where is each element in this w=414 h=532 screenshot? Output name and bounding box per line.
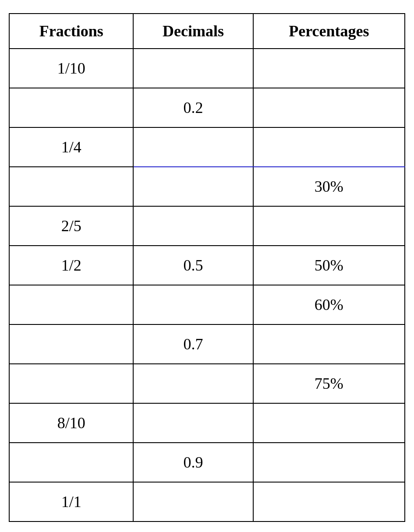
table-row: 2/5 <box>9 206 405 246</box>
table-row: 1/4 <box>9 127 405 167</box>
cell-fraction-row2: 1/4 <box>9 127 133 167</box>
table-row: 8/10 <box>9 403 405 443</box>
cell-decimal-row3 <box>133 167 253 206</box>
cell-decimal-row2 <box>133 127 253 167</box>
cell-percentage-row4 <box>253 206 405 246</box>
cell-percentage-row8: 75% <box>253 364 405 403</box>
cell-fraction-row3 <box>9 167 133 206</box>
cell-decimal-row10: 0.9 <box>133 443 253 482</box>
cell-fraction-row7 <box>9 324 133 364</box>
cell-percentage-row6: 60% <box>253 285 405 324</box>
cell-decimal-row5: 0.5 <box>133 246 253 285</box>
header-row: Fractions Decimals Percentages <box>9 14 405 49</box>
cell-decimal-row8 <box>133 364 253 403</box>
cell-percentage-row1 <box>253 88 405 127</box>
cell-decimal-row1: 0.2 <box>133 88 253 127</box>
cell-fraction-row9: 8/10 <box>9 403 133 443</box>
cell-percentage-row10 <box>253 443 405 482</box>
main-table-container: Fractions Decimals Percentages 1/100.21/… <box>9 13 405 522</box>
header-fractions: Fractions <box>9 14 133 49</box>
cell-percentage-row2 <box>253 127 405 167</box>
cell-fraction-row6 <box>9 285 133 324</box>
cell-fraction-row0: 1/10 <box>9 49 133 88</box>
cell-decimal-row11 <box>133 482 253 521</box>
cell-decimal-row0 <box>133 49 253 88</box>
fractions-table: Fractions Decimals Percentages 1/100.21/… <box>9 13 405 522</box>
cell-fraction-row8 <box>9 364 133 403</box>
cell-percentage-row9 <box>253 403 405 443</box>
table-row: 0.2 <box>9 88 405 127</box>
cell-fraction-row11: 1/1 <box>9 482 133 521</box>
cell-fraction-row10 <box>9 443 133 482</box>
cell-fraction-row1 <box>9 88 133 127</box>
cell-percentage-row5: 50% <box>253 246 405 285</box>
table-row: 0.7 <box>9 324 405 364</box>
cell-decimal-row6 <box>133 285 253 324</box>
header-percentages: Percentages <box>253 14 405 49</box>
cell-fraction-row5: 1/2 <box>9 246 133 285</box>
cell-percentage-row0 <box>253 49 405 88</box>
cell-decimal-row9 <box>133 403 253 443</box>
header-decimals: Decimals <box>133 14 253 49</box>
table-row: 75% <box>9 364 405 403</box>
table-row: 0.9 <box>9 443 405 482</box>
cell-percentage-row3: 30% <box>253 167 405 206</box>
cell-percentage-row7 <box>253 324 405 364</box>
cell-decimal-row4 <box>133 206 253 246</box>
table-row: 1/20.550% <box>9 246 405 285</box>
cell-percentage-row11 <box>253 482 405 521</box>
table-row: 1/1 <box>9 482 405 521</box>
table-row: 1/10 <box>9 49 405 88</box>
cell-fraction-row4: 2/5 <box>9 206 133 246</box>
cell-decimal-row7: 0.7 <box>133 324 253 364</box>
table-row: 30% <box>9 167 405 206</box>
table-row: 60% <box>9 285 405 324</box>
